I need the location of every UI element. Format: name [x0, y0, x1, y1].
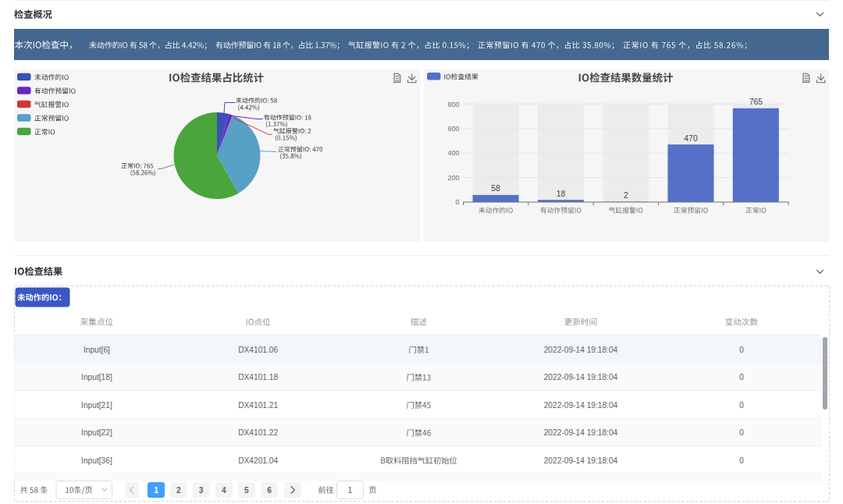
- svg-text:DX4201.04: DX4201.04: [238, 456, 278, 465]
- svg-text:0: 0: [739, 373, 744, 382]
- svg-text:3: 3: [199, 486, 204, 495]
- svg-text:800: 800: [447, 101, 459, 108]
- svg-text:DX4101.18: DX4101.18: [238, 373, 278, 382]
- svg-text:470: 470: [684, 134, 698, 143]
- svg-text:2022-09-14 19:18:04: 2022-09-14 19:18:04: [544, 428, 618, 437]
- svg-text:Input[6]: Input[6]: [84, 346, 110, 354]
- svg-text:600: 600: [447, 125, 459, 133]
- svg-text:2: 2: [176, 486, 181, 495]
- svg-text:Input[36]: Input[36]: [81, 456, 112, 465]
- svg-text:2022-09-14 19:18:04: 2022-09-14 19:18:04: [544, 346, 618, 354]
- svg-text:Input[18]: Input[18]: [81, 373, 112, 382]
- svg-text:DX4101.06: DX4101.06: [238, 346, 278, 354]
- svg-text:DX4101.21: DX4101.21: [238, 401, 278, 410]
- svg-text:DX4101.22: DX4101.22: [238, 428, 278, 437]
- svg-text:0: 0: [739, 401, 744, 410]
- svg-text:0: 0: [739, 428, 744, 437]
- svg-text:2022-09-14 19:18:04: 2022-09-14 19:18:04: [544, 373, 618, 382]
- svg-text:0: 0: [739, 346, 744, 354]
- svg-text:2022-09-14 19:18:04: 2022-09-14 19:18:04: [544, 456, 618, 465]
- svg-text:1: 1: [348, 485, 353, 495]
- svg-text:0: 0: [455, 198, 459, 206]
- svg-text:Input[21]: Input[21]: [81, 401, 112, 410]
- svg-text:2022-09-14 19:18:04: 2022-09-14 19:18:04: [544, 401, 618, 410]
- svg-text:58: 58: [491, 184, 500, 193]
- svg-text:2: 2: [624, 191, 628, 200]
- svg-text:765: 765: [749, 98, 763, 106]
- svg-text:18: 18: [557, 190, 566, 198]
- svg-text:1: 1: [154, 486, 158, 495]
- svg-text:6: 6: [267, 486, 272, 495]
- svg-text:400: 400: [447, 149, 459, 157]
- svg-text:Input[22]: Input[22]: [81, 428, 112, 437]
- svg-text:0: 0: [739, 456, 744, 465]
- svg-text:5: 5: [244, 486, 249, 495]
- svg-text:4: 4: [222, 486, 226, 495]
- svg-text:200: 200: [447, 174, 459, 182]
